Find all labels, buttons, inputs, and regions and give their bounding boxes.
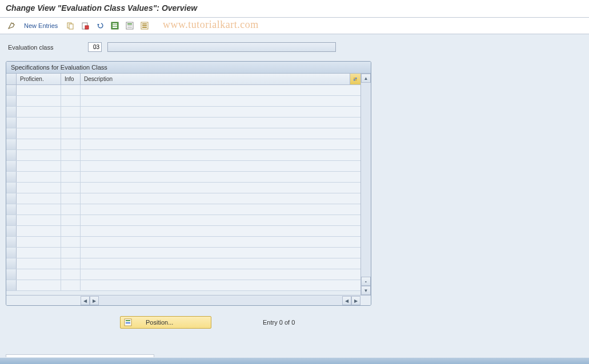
cell-info[interactable]: [61, 128, 81, 139]
cell-description[interactable]: [81, 183, 360, 193]
table-row[interactable]: [6, 258, 360, 269]
row-selector[interactable]: [6, 237, 17, 247]
hscroll-left2-icon[interactable]: ◀: [342, 296, 351, 305]
row-selector[interactable]: [6, 85, 17, 95]
table-row[interactable]: [6, 107, 360, 118]
cell-proficien[interactable]: [17, 248, 61, 258]
table-config-icon[interactable]: [350, 74, 360, 84]
cell-info[interactable]: [61, 193, 81, 204]
delete-icon[interactable]: [79, 20, 91, 31]
cell-proficien[interactable]: [17, 226, 61, 236]
cell-description[interactable]: [81, 161, 360, 171]
table-row[interactable]: [6, 183, 360, 193]
print-icon[interactable]: [139, 20, 150, 31]
deselect-all-icon[interactable]: [124, 20, 135, 31]
table-row[interactable]: [6, 248, 360, 258]
cell-info[interactable]: [61, 161, 81, 171]
cell-proficien[interactable]: [17, 280, 61, 290]
table-row[interactable]: [6, 204, 360, 215]
cell-description[interactable]: [81, 96, 360, 106]
cell-info[interactable]: [61, 215, 81, 225]
row-selector[interactable]: [6, 161, 17, 171]
cell-description[interactable]: [81, 85, 360, 95]
cell-info[interactable]: [61, 258, 81, 269]
row-selector[interactable]: [6, 258, 17, 269]
table-row[interactable]: [6, 118, 360, 128]
row-selector-header[interactable]: [6, 74, 17, 84]
row-selector[interactable]: [6, 172, 17, 182]
new-entries-button[interactable]: New Entries: [24, 22, 58, 29]
row-selector[interactable]: [6, 215, 17, 225]
row-selector[interactable]: [6, 204, 17, 215]
cell-proficien[interactable]: [17, 193, 61, 204]
cell-proficien[interactable]: [17, 118, 61, 128]
table-row[interactable]: [6, 172, 360, 183]
row-selector[interactable]: [6, 107, 17, 117]
column-info[interactable]: Info: [61, 74, 81, 84]
row-selector[interactable]: [6, 118, 17, 128]
vertical-scrollbar[interactable]: ▲ • ▼: [360, 74, 371, 295]
cell-info[interactable]: [61, 248, 81, 258]
table-row[interactable]: [6, 96, 360, 107]
cell-description[interactable]: [81, 280, 360, 290]
hscroll-track[interactable]: [99, 296, 342, 305]
cell-info[interactable]: [61, 96, 81, 106]
cell-info[interactable]: [61, 150, 81, 160]
cell-proficien[interactable]: [17, 183, 61, 193]
toggle-view-icon[interactable]: [6, 20, 17, 31]
cell-proficien[interactable]: [17, 269, 61, 280]
cell-proficien[interactable]: [17, 215, 61, 225]
table-row[interactable]: [6, 128, 360, 139]
scroll-down-dot-icon[interactable]: •: [361, 277, 371, 286]
table-row[interactable]: [6, 139, 360, 150]
bottom-tab-element[interactable]: [6, 354, 154, 357]
cell-description[interactable]: [81, 139, 360, 149]
cell-description[interactable]: [81, 150, 360, 160]
cell-info[interactable]: [61, 204, 81, 215]
cell-info[interactable]: [61, 269, 81, 280]
cell-info[interactable]: [61, 226, 81, 236]
cell-proficien[interactable]: [17, 258, 61, 269]
row-selector[interactable]: [6, 183, 17, 193]
hscroll-right-icon[interactable]: ▶: [90, 296, 99, 305]
row-selector[interactable]: [6, 269, 17, 280]
cell-description[interactable]: [81, 215, 360, 225]
cell-info[interactable]: [61, 139, 81, 149]
cell-description[interactable]: [81, 248, 360, 258]
undo-icon[interactable]: [94, 20, 106, 31]
cell-proficien[interactable]: [17, 172, 61, 182]
hscroll-right2-icon[interactable]: ▶: [351, 296, 360, 305]
cell-info[interactable]: [61, 118, 81, 128]
row-selector[interactable]: [6, 280, 17, 290]
column-description[interactable]: Description: [81, 74, 350, 84]
evaluation-class-desc-input[interactable]: [107, 42, 336, 52]
cell-proficien[interactable]: [17, 204, 61, 215]
cell-proficien[interactable]: [17, 139, 61, 149]
evaluation-class-input[interactable]: [88, 42, 102, 52]
select-all-icon[interactable]: [109, 20, 121, 31]
column-proficien[interactable]: Proficien.: [17, 74, 61, 84]
table-row[interactable]: [6, 215, 360, 226]
cell-info[interactable]: [61, 237, 81, 247]
row-selector[interactable]: [6, 139, 17, 149]
hscroll-left-icon[interactable]: ◀: [81, 296, 90, 305]
cell-info[interactable]: [61, 280, 81, 290]
cell-info[interactable]: [61, 172, 81, 182]
cell-proficien[interactable]: [17, 96, 61, 106]
row-selector[interactable]: [6, 248, 17, 258]
row-selector[interactable]: [6, 226, 17, 236]
table-row[interactable]: [6, 85, 360, 96]
scroll-up-icon[interactable]: ▲: [361, 74, 371, 83]
row-selector[interactable]: [6, 150, 17, 160]
cell-proficien[interactable]: [17, 161, 61, 171]
row-selector[interactable]: [6, 193, 17, 204]
cell-description[interactable]: [81, 204, 360, 215]
cell-proficien[interactable]: [17, 85, 61, 95]
scroll-track[interactable]: [361, 83, 371, 277]
cell-proficien[interactable]: [17, 107, 61, 117]
cell-description[interactable]: [81, 118, 360, 128]
table-row[interactable]: [6, 161, 360, 172]
cell-description[interactable]: [81, 269, 360, 280]
cell-description[interactable]: [81, 258, 360, 269]
cell-info[interactable]: [61, 85, 81, 95]
